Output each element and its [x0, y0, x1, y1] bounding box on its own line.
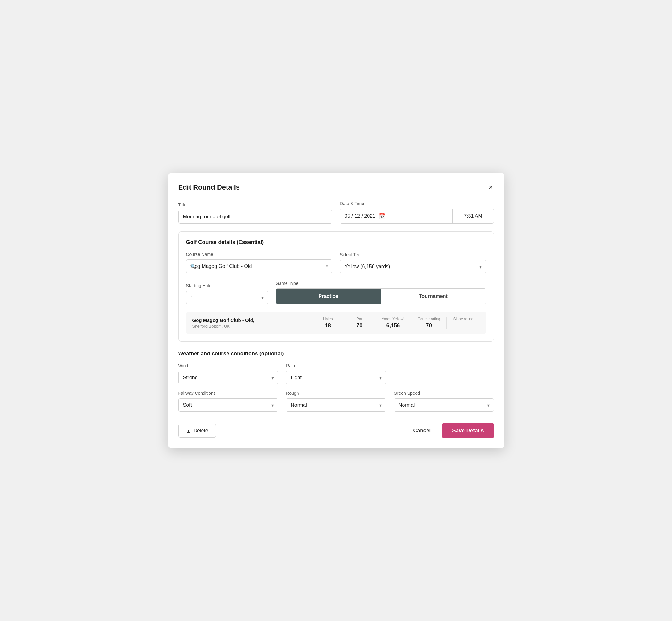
course-location: Shelford Bottom, UK — [193, 324, 312, 329]
time-value: 7:31 AM — [464, 213, 482, 219]
holes-label: Holes — [319, 317, 337, 321]
starting-hole-group: Starting Hole 123 ▾ — [186, 283, 268, 304]
slope-rating-value: - — [453, 323, 473, 329]
course-name-display: Gog Magog Golf Club - Old, — [193, 318, 312, 323]
course-rating-value: 70 — [417, 323, 440, 329]
green-speed-dropdown[interactable]: SlowNormalFast — [394, 398, 494, 412]
footer-row: 🗑 Delete Cancel Save Details — [178, 418, 494, 438]
wind-dropdown[interactable]: NoneLightModerateStrong — [178, 371, 279, 384]
delete-label: Delete — [194, 428, 208, 433]
fairway-wrapper: SoftNormalFirm ▾ — [178, 398, 279, 412]
course-info-name: Gog Magog Golf Club - Old, Shelford Bott… — [193, 318, 312, 329]
starting-hole-wrapper: 123 ▾ — [186, 291, 268, 304]
rough-wrapper: ShortNormalLong ▾ — [286, 398, 386, 412]
search-icon: 🔍 — [190, 263, 196, 270]
date-field[interactable]: 05 / 12 / 2021 📅 — [340, 209, 453, 223]
course-name-label: Course Name — [186, 252, 333, 257]
course-rating-stat: Course rating 70 — [411, 317, 447, 329]
fairway-group: Fairway Conditions SoftNormalFirm ▾ — [178, 391, 279, 412]
par-value: 70 — [350, 323, 369, 329]
course-tee-row: Course Name 🔍 × Select Tee Yellow (6,156… — [186, 252, 486, 273]
fairway-label: Fairway Conditions — [178, 391, 279, 396]
wind-label: Wind — [178, 363, 279, 368]
fairway-dropdown[interactable]: SoftNormalFirm — [178, 398, 279, 412]
time-field[interactable]: 7:31 AM — [453, 209, 494, 223]
green-speed-label: Green Speed — [394, 391, 494, 396]
title-date-row: Title Date & Time 05 / 12 / 2021 📅 7:31 … — [178, 201, 494, 224]
title-input[interactable] — [178, 210, 333, 224]
select-tee-wrapper: Yellow (6,156 yards) White (6,500 yards)… — [340, 260, 486, 273]
save-button[interactable]: Save Details — [442, 423, 494, 438]
footer-right: Cancel Save Details — [408, 423, 494, 438]
modal-header: Edit Round Details × — [178, 183, 494, 192]
yards-label: Yards(Yellow) — [382, 317, 405, 321]
game-type-label: Game Type — [276, 281, 486, 286]
clear-icon[interactable]: × — [326, 263, 328, 269]
title-group: Title — [178, 202, 333, 224]
slope-rating-label: Slope rating — [453, 317, 473, 321]
tournament-button[interactable]: Tournament — [381, 289, 486, 304]
holes-value: 18 — [319, 323, 337, 329]
weather-section-title: Weather and course conditions (optional) — [178, 350, 494, 357]
select-tee-dropdown[interactable]: Yellow (6,156 yards) White (6,500 yards)… — [340, 260, 486, 273]
course-search-wrapper: 🔍 × — [186, 259, 333, 273]
rain-label: Rain — [286, 363, 386, 368]
trash-icon: 🗑 — [186, 428, 191, 433]
modal-title: Edit Round Details — [178, 183, 240, 192]
select-tee-label: Select Tee — [340, 252, 486, 257]
course-info-row: Gog Magog Golf Club - Old, Shelford Bott… — [186, 312, 486, 334]
golf-course-title: Golf Course details (Essential) — [186, 239, 486, 246]
title-label: Title — [178, 202, 333, 207]
game-type-toggle: Practice Tournament — [276, 288, 486, 304]
date-value: 05 / 12 / 2021 — [344, 213, 375, 219]
golf-course-section: Golf Course details (Essential) Course N… — [178, 231, 494, 342]
fairway-rough-green-row: Fairway Conditions SoftNormalFirm ▾ Roug… — [178, 391, 494, 412]
date-time-container: 05 / 12 / 2021 📅 7:31 AM — [340, 209, 494, 224]
yards-value: 6,156 — [382, 323, 405, 329]
starting-hole-dropdown[interactable]: 123 — [186, 291, 268, 304]
par-label: Par — [350, 317, 369, 321]
green-speed-wrapper: SlowNormalFast ▾ — [394, 398, 494, 412]
rain-wrapper: NoneLightModerateHeavy ▾ — [286, 371, 386, 384]
hole-gametype-row: Starting Hole 123 ▾ Game Type Practice T… — [186, 281, 486, 304]
slope-rating-stat: Slope rating - — [447, 317, 479, 329]
edit-round-modal: Edit Round Details × Title Date & Time 0… — [168, 173, 504, 448]
rain-group: Rain NoneLightModerateHeavy ▾ — [286, 363, 386, 384]
rough-label: Rough — [286, 391, 386, 396]
datetime-label: Date & Time — [340, 201, 494, 206]
game-type-group: Game Type Practice Tournament — [276, 281, 486, 304]
rough-group: Rough ShortNormalLong ▾ — [286, 391, 386, 412]
delete-button[interactable]: 🗑 Delete — [178, 424, 216, 438]
close-button[interactable]: × — [488, 183, 494, 192]
cancel-button[interactable]: Cancel — [408, 424, 436, 438]
wind-rain-row: Wind NoneLightModerateStrong ▾ Rain None… — [178, 363, 494, 384]
rough-dropdown[interactable]: ShortNormalLong — [286, 398, 386, 412]
course-name-input[interactable] — [186, 259, 333, 273]
wind-group: Wind NoneLightModerateStrong ▾ — [178, 363, 279, 384]
par-stat: Par 70 — [344, 317, 375, 329]
course-name-group: Course Name 🔍 × — [186, 252, 333, 273]
datetime-group: Date & Time 05 / 12 / 2021 📅 7:31 AM — [340, 201, 494, 224]
wind-wrapper: NoneLightModerateStrong ▾ — [178, 371, 279, 384]
select-tee-group: Select Tee Yellow (6,156 yards) White (6… — [340, 252, 486, 273]
course-rating-label: Course rating — [417, 317, 440, 321]
calendar-icon: 📅 — [379, 213, 385, 220]
practice-button[interactable]: Practice — [276, 289, 381, 304]
holes-stat: Holes 18 — [312, 317, 344, 329]
starting-hole-label: Starting Hole — [186, 283, 268, 288]
yards-stat: Yards(Yellow) 6,156 — [375, 317, 411, 329]
green-speed-group: Green Speed SlowNormalFast ▾ — [394, 391, 494, 412]
rain-dropdown[interactable]: NoneLightModerateHeavy — [286, 371, 386, 384]
weather-section: Weather and course conditions (optional)… — [178, 350, 494, 412]
